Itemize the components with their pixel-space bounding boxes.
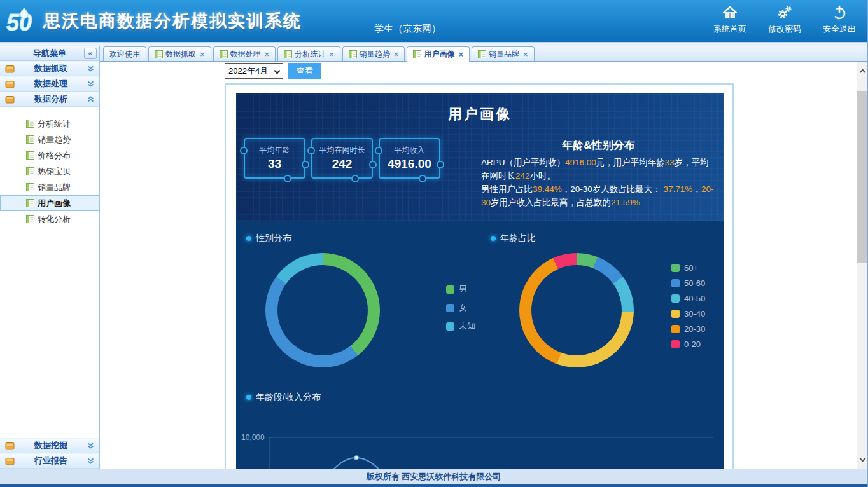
tab-label: 数据处理 — [230, 49, 261, 60]
legend-item[interactable]: 30-40 — [671, 309, 705, 319]
table-icon — [220, 50, 228, 58]
sidebar-item-user-profile[interactable]: 用户画像 — [0, 195, 99, 211]
sidebar-group-data-processing[interactable]: 数据处理 — [0, 76, 99, 92]
line-point-marker — [354, 456, 358, 460]
card-notch — [307, 147, 315, 154]
app-window: 50 思沃电商数据分析模拟实训系统 学生（京东网） 系统首页 — [0, 0, 868, 487]
legend-item[interactable]: 男 — [446, 284, 475, 295]
scrollbar-thumb[interactable] — [857, 91, 867, 263]
month-select[interactable]: 2022年4月 — [225, 63, 283, 79]
legend-item[interactable]: 50-60 — [671, 278, 705, 288]
chevron-double-down-icon — [87, 458, 94, 465]
tab-welcome[interactable]: 欢迎使用 — [103, 46, 146, 61]
sidebar-group-industry-report[interactable]: 行业报告 — [0, 453, 99, 469]
donut-charts-section: 性别分布 男 女 未知 — [236, 221, 724, 380]
stat-value: 242 — [312, 157, 372, 171]
dashboard-title: 用户画像 — [236, 93, 724, 124]
age-legend: 60+ 50-60 40-50 30-40 20-30 0-20 — [671, 263, 705, 349]
legend-item[interactable]: 未知 — [446, 320, 475, 332]
scrollbar-down-arrow[interactable] — [857, 453, 867, 466]
scrollbar-up-arrow[interactable] — [857, 64, 867, 77]
tab-sales-trend[interactable]: 销量趋势 × — [342, 46, 405, 61]
tab-data-capture[interactable]: 数据抓取 × — [148, 46, 211, 61]
tab-close-icon[interactable]: × — [200, 50, 205, 58]
change-password-menu-item[interactable]: 修改密码 — [768, 4, 801, 35]
bullet-dot-icon — [246, 236, 251, 241]
gender-donut-chart[interactable] — [265, 253, 380, 367]
age-chart-panel: 年龄占比 60+ 50-60 40-50 30-40 20-30 — [480, 221, 724, 380]
vertical-scrollbar[interactable] — [857, 62, 867, 469]
power-icon — [830, 4, 848, 22]
tab-close-icon[interactable]: × — [329, 50, 334, 58]
sidebar-header: 导航菜单 « — [0, 46, 99, 61]
view-button[interactable]: 查看 — [288, 63, 321, 79]
tab-user-profile[interactable]: 用户画像 × — [407, 46, 470, 62]
bottom-border-strip — [0, 484, 867, 487]
tab-close-icon[interactable]: × — [265, 50, 270, 58]
sidebar-item-analysis-stats[interactable]: 分析统计 — [0, 116, 99, 132]
gender-legend: 男 女 未知 — [446, 284, 475, 332]
table-icon — [155, 50, 163, 58]
change-password-menu-label: 修改密码 — [768, 24, 801, 35]
card-notch — [240, 147, 248, 154]
sidebar-item-sales-brand[interactable]: 销量品牌 — [0, 179, 99, 195]
stat-value: 4916.00 — [380, 157, 439, 171]
app-logo: 50 思沃电商数据分析模拟实训系统 — [0, 4, 302, 38]
sidebar-item-label: 价格分布 — [38, 150, 71, 161]
sidebar-group-label: 行业报告 — [15, 455, 87, 467]
tab-data-processing[interactable]: 数据处理 × — [213, 46, 276, 61]
table-icon — [478, 50, 486, 58]
summary-title: 年龄&性别分布 — [481, 138, 716, 153]
dashboard-header: 用户画像 平均年龄 33 — [236, 93, 724, 221]
folder-box-icon — [5, 64, 15, 74]
stat-value: 33 — [245, 157, 304, 171]
tab-sales-brand[interactable]: 销量品牌 × — [472, 46, 535, 61]
legend-item[interactable]: 20-30 — [671, 324, 705, 334]
sidebar-item-sales-trend[interactable]: 销量趋势 — [0, 132, 99, 147]
tab-analysis-stats[interactable]: 分析统计 × — [277, 46, 340, 61]
tab-close-icon[interactable]: × — [394, 50, 399, 58]
tab-close-icon[interactable]: × — [523, 50, 528, 58]
tab-close-icon[interactable]: × — [458, 50, 463, 58]
sidebar-group-data-capture[interactable]: 数据抓取 — [0, 61, 99, 76]
table-icon — [26, 199, 34, 207]
legend-item[interactable]: 0-20 — [671, 340, 705, 349]
legend-swatch — [671, 310, 680, 318]
copyright-text: 版权所有 西安思沃软件科技有限公司 — [367, 471, 501, 483]
table-icon — [349, 50, 357, 58]
age-donut-chart[interactable] — [519, 253, 634, 367]
sidebar-item-label: 分析统计 — [38, 118, 71, 130]
age-income-line-chart[interactable]: 10,000 — [236, 425, 720, 469]
sidebar-item-label: 用户画像 — [38, 198, 71, 209]
sidebar-submenu: 分析统计 销量趋势 价格分布 热销宝贝 销量品牌 — [0, 107, 99, 233]
stat-label: 平均收入 — [380, 145, 439, 156]
card-notch — [351, 175, 359, 182]
sidebar-collapse-button[interactable]: « — [84, 48, 97, 59]
legend-item[interactable]: 60+ — [671, 263, 705, 273]
sidebar-item-price-distribution[interactable]: 价格分布 — [0, 147, 99, 163]
home-menu-item[interactable]: 系统首页 — [713, 4, 746, 35]
sidebar-item-label: 转化分析 — [38, 214, 71, 225]
stat-label: 平均年龄 — [245, 145, 304, 156]
query-controls: 2022年4月 查看 — [225, 63, 321, 79]
sidebar-group-data-analysis[interactable]: 数据分析 — [0, 92, 99, 107]
stat-cards: 平均年龄 33 平均在网时长 242 — [244, 138, 440, 209]
legend-item[interactable]: 40-50 — [671, 294, 705, 303]
sidebar-item-conversion-analysis[interactable]: 转化分析 — [0, 211, 99, 227]
main-content: 2022年4月 查看 用户画像 — [100, 62, 857, 469]
folder-box-icon — [5, 95, 15, 104]
sidebar-group-data-mining[interactable]: 数据挖掘 — [0, 438, 99, 453]
legend-swatch — [671, 294, 680, 303]
sidebar-item-hot-items[interactable]: 热销宝贝 — [0, 163, 99, 179]
sidebar-spacer — [0, 233, 99, 438]
legend-swatch — [671, 340, 680, 348]
legend-swatch — [671, 264, 680, 272]
home-menu-label: 系统首页 — [713, 24, 746, 35]
bullet-dot-icon — [246, 395, 251, 400]
logout-menu-item[interactable]: 安全退出 — [823, 4, 856, 35]
stat-label: 平均在网时长 — [312, 145, 372, 156]
sidebar-item-label: 销量趋势 — [38, 134, 71, 146]
tab-label: 销量品牌 — [489, 49, 519, 60]
gear-icon — [776, 4, 794, 22]
legend-item[interactable]: 女 — [446, 302, 475, 313]
